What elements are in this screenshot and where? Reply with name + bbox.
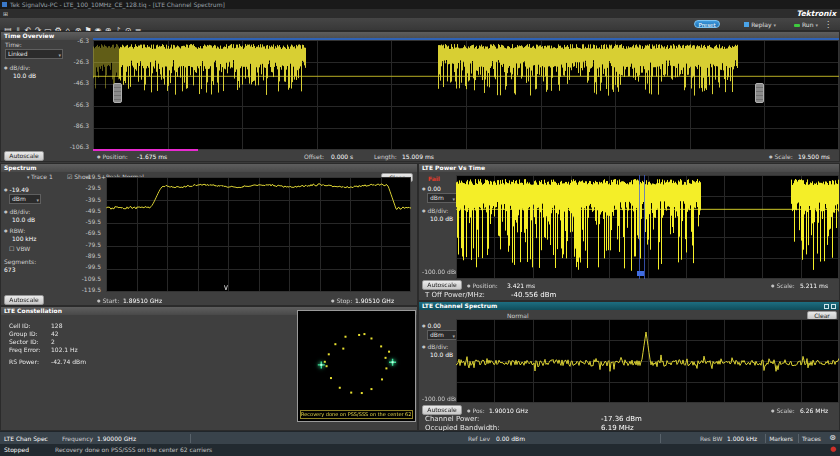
scale-value[interactable]: 6.26 MHz [800, 407, 828, 415]
title-bar: Tek SignalVu-PC - LTE_100_10MHz_CE_128.t… [0, 0, 840, 9]
result-row: Cell ID:128 [9, 322, 86, 330]
channel-power-label: Channel Power: [425, 415, 479, 424]
result-label: Freq Error: [9, 346, 51, 354]
power-vs-time-plot[interactable] [456, 175, 839, 279]
replay-icon [744, 22, 749, 27]
pos-value[interactable]: 1.90010 GHz [489, 407, 528, 415]
ref-unit-dropdown[interactable]: dBm [9, 194, 41, 204]
dbdiv-value[interactable]: 10.0 dB [430, 351, 453, 359]
y-axis-tick: -106.3 [70, 144, 89, 150]
frequency-label: Frequency [62, 435, 93, 443]
dbdiv-label[interactable]: dB/div: [422, 207, 448, 215]
ref-lev-value[interactable]: 0.00 dBm [496, 435, 525, 443]
scale-value[interactable]: 5.211 ms [800, 282, 828, 290]
time-source-label: Time: [5, 41, 22, 49]
app-window: Tek SignalVu-PC - LTE_100_10MHz_CE_128.t… [0, 0, 840, 456]
offset-value[interactable]: 0.000 s [331, 153, 353, 161]
rbw-label[interactable]: RBW: [4, 227, 25, 235]
rbw-value[interactable]: 100 kHz [12, 235, 37, 243]
dbdiv-label[interactable]: dB/div: [4, 64, 30, 72]
ref-level-value[interactable]: 0.00 [422, 322, 441, 330]
res-bw-label: Res BW [700, 435, 722, 443]
close-icon[interactable] [831, 304, 836, 309]
y-axis-tick: -89.5 [85, 253, 101, 259]
y-axis-ticks: -19.5-29.5-39.5-49.5-59.5-69.5-79.5-89.5… [67, 174, 101, 293]
time-source-dropdown[interactable]: Linked [5, 49, 63, 59]
dbdiv-value[interactable]: 10.0 dB [13, 72, 36, 80]
scroll-handle[interactable] [755, 83, 764, 103]
position-value[interactable]: 3.421 ms [507, 282, 535, 290]
toff-power-value: -40.556 dBm [511, 291, 556, 300]
restore-icon[interactable] [824, 304, 829, 309]
markers-button[interactable]: Markers [765, 434, 796, 443]
center-marker-icon[interactable]: ∨ [223, 284, 229, 292]
spectrum-panel: Spectrum Trace 1 Show +Peak Normal Clear… [0, 163, 418, 306]
ref-level-value[interactable]: 0.00 [422, 185, 441, 193]
dbdiv-label[interactable]: dB/div: [422, 343, 448, 351]
ref-level-value[interactable]: -19.49 [4, 186, 29, 194]
result-label: RS Power: [9, 358, 51, 366]
y-axis-tick: -49.5 [85, 208, 101, 214]
error-icon[interactable]: ● [830, 444, 836, 455]
time-overview-plot[interactable] [93, 40, 839, 150]
y-axis-tick: -69.5 [85, 230, 101, 236]
position-value[interactable]: -1.675 ms [137, 153, 167, 161]
result-row: Sector ID:2 [9, 338, 86, 346]
result-value: 42 [51, 330, 59, 337]
ref-unit-dropdown[interactable]: dBm [427, 193, 457, 203]
lte-power-vs-time-header[interactable]: LTE Power Vs Time [419, 164, 839, 172]
autoscale-button[interactable]: Autoscale [4, 151, 44, 161]
vbw-checkbox[interactable]: VBW [9, 245, 30, 253]
stop-value[interactable]: 1.90510 GHz [355, 297, 394, 305]
ref-unit-dropdown[interactable]: dBm [427, 330, 457, 340]
scale-value[interactable]: 19.500 ms [798, 153, 830, 161]
y-axis-tick: -119.5 [82, 287, 101, 293]
res-bw-value[interactable]: 1.000 kHz [727, 435, 757, 443]
y-axis-tick: -39.5 [85, 197, 101, 203]
start-label: Start: [97, 297, 119, 305]
channel-spectrum-plot[interactable] [456, 319, 839, 403]
run-icon [794, 24, 800, 27]
start-value[interactable]: 1.89510 GHz [123, 297, 162, 305]
app-menu-icon[interactable]: ⊞ [3, 10, 8, 18]
y-axis-ticks: -6.3-26.3-46.3-66.3-86.3-106.3 [59, 38, 89, 150]
autoscale-button[interactable]: Autoscale [422, 405, 462, 415]
lte-channel-spectrum-header[interactable]: LTE Channel Spectrum [419, 302, 839, 310]
scroll-handle[interactable] [113, 83, 122, 103]
result-label: Sector ID: [9, 338, 51, 346]
y-axis-tick: -6.3 [77, 38, 89, 44]
more-options-icon[interactable]: ⋮ [824, 19, 832, 30]
traces-button[interactable]: Traces [798, 434, 824, 443]
result-label: Cell ID: [9, 322, 51, 330]
autoscale-button[interactable]: Autoscale [422, 280, 462, 290]
lte-power-vs-time-panel: LTE Power Vs Time Fail 0.00 dBm dB/div: … [418, 163, 840, 301]
app-icon [2, 2, 7, 7]
gear-icon[interactable]: ⊛ [829, 432, 836, 444]
message-bar: Stopped Recovery done on PSS/SSS on the … [0, 444, 840, 456]
trace-selector[interactable]: Trace 1 [27, 173, 53, 181]
y-axis-tick: -86.3 [73, 123, 89, 129]
lte-constellation-panel: LTE Constellation Cell ID:128Group ID:42… [0, 306, 418, 431]
spectrum-plot[interactable] [106, 177, 411, 292]
dbdiv-value[interactable]: 10.0 dB [12, 216, 35, 224]
run-button[interactable]: Run▾ [794, 20, 818, 29]
lte-channel-spectrum-panel: LTE Channel Spectrum Normal Clear 0.00 d… [418, 301, 840, 431]
constellation-box: Recovery done on PSS/SSS on the center 6… [297, 310, 416, 422]
marker-sweep-line [93, 149, 198, 151]
spectrum-header[interactable]: Spectrum [1, 164, 417, 172]
channel-power-value: -17.36 dBm [601, 415, 642, 424]
length-value[interactable]: 15.009 ms [402, 153, 434, 161]
stop-label: Stop: [331, 297, 352, 305]
autoscale-button[interactable]: Autoscale [4, 295, 44, 305]
recovery-note: Recovery done on PSS/SSS on the center 6… [300, 410, 413, 419]
chevron-down-icon: ▾ [815, 22, 818, 28]
replay-button[interactable]: Replay▾ [744, 20, 776, 29]
y-axis-tick: -66.3 [73, 102, 89, 108]
status-message: Recovery done on PSS/SSS on the center 6… [55, 446, 212, 454]
tektronix-logo: Tektronix [797, 9, 836, 18]
dbdiv-label[interactable]: dB/div: [4, 208, 30, 216]
dbdiv-value[interactable]: 10.0 dB [430, 215, 453, 223]
result-value: 2 [51, 338, 55, 345]
preset-button[interactable]: Preset [694, 20, 720, 28]
frequency-value[interactable]: 1.90000 GHz [97, 435, 136, 443]
